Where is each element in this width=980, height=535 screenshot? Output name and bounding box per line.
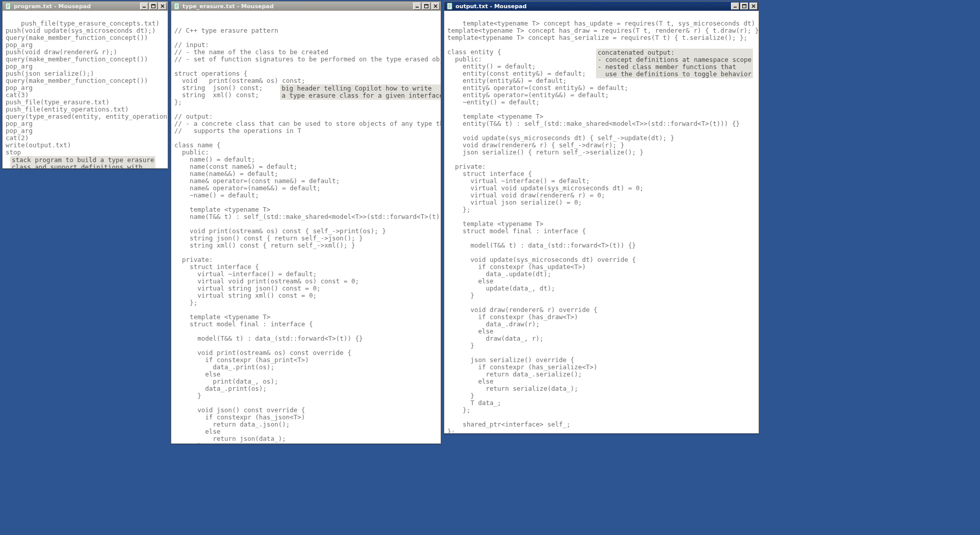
minimize-button[interactable] (731, 3, 739, 10)
annotation-type-erasure: big header telling Copilot how to write … (280, 84, 441, 100)
svg-rect-4 (447, 3, 452, 9)
window-controls (412, 3, 440, 10)
maximize-button[interactable] (422, 3, 430, 10)
window-controls (730, 3, 758, 10)
document-icon (5, 3, 12, 10)
document-icon (446, 3, 453, 10)
document-icon (173, 3, 180, 10)
maximize-button[interactable] (740, 3, 748, 10)
window-program: program.txt - Mousepad push_file(type_er… (2, 1, 168, 169)
svg-rect-2 (174, 3, 179, 9)
text-content: template<typename T> concept has_update … (447, 19, 759, 433)
title-text-output: output.txt - Mousepad (455, 3, 730, 10)
close-button[interactable] (749, 3, 758, 10)
maximize-button[interactable] (149, 3, 157, 10)
svg-rect-0 (6, 3, 10, 9)
close-button[interactable] (431, 3, 440, 10)
title-text-type-erasure: type_erasure.txt - Mousepad (183, 3, 412, 10)
annotation-program: stack program to build a type erasure cl… (10, 156, 155, 168)
editor-content-type-erasure[interactable]: // C++ type erasure pattern // input: //… (171, 11, 441, 443)
window-type-erasure: type_erasure.txt - Mousepad // C++ type … (171, 1, 441, 444)
titlebar-program[interactable]: program.txt - Mousepad (3, 2, 168, 11)
editor-content-program[interactable]: push_file(type_erasure_concepts.txt) pus… (3, 11, 168, 168)
titlebar-type-erasure[interactable]: type_erasure.txt - Mousepad (171, 2, 441, 11)
title-text-program: program.txt - Mousepad (14, 3, 139, 10)
minimize-button[interactable] (140, 3, 148, 10)
titlebar-output[interactable]: output.txt - Mousepad (444, 2, 759, 11)
text-content: push_file(type_erasure_concepts.txt) pus… (6, 19, 168, 156)
editor-content-output[interactable]: template<typename T> concept has_update … (444, 11, 759, 433)
window-controls (139, 3, 167, 10)
annotation-output: concatenated output: - concept definitio… (596, 49, 753, 78)
close-button[interactable] (158, 3, 167, 10)
window-output: output.txt - Mousepad template<typename … (444, 1, 759, 434)
minimize-button[interactable] (413, 3, 421, 10)
